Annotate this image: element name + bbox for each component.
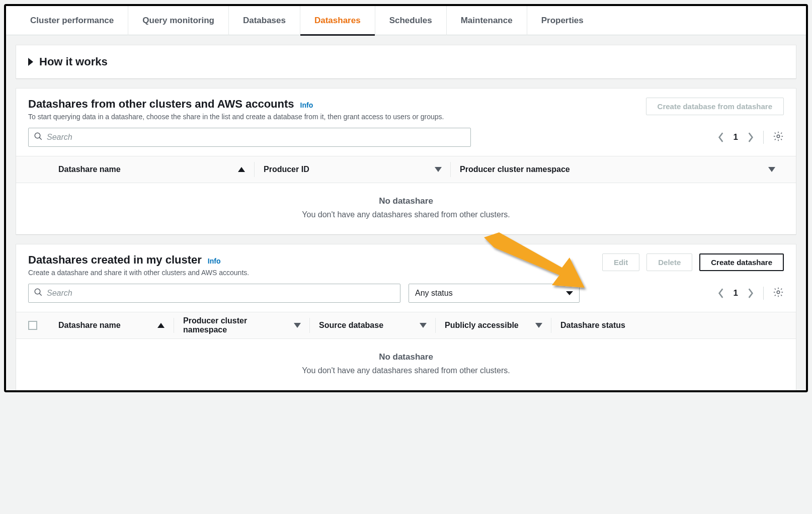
edit-button[interactable]: Edit bbox=[602, 253, 639, 271]
tab-datashares[interactable]: Datashares bbox=[300, 6, 375, 35]
select-all-checkbox[interactable] bbox=[28, 318, 58, 333]
page-number: 1 bbox=[734, 288, 738, 298]
sort-asc-icon bbox=[238, 167, 245, 172]
select-value: Any status bbox=[415, 289, 453, 298]
tab-schedules[interactable]: Schedules bbox=[375, 6, 447, 35]
search-icon bbox=[34, 288, 43, 299]
prev-page-button[interactable] bbox=[717, 132, 724, 143]
section1-search-input[interactable] bbox=[43, 133, 465, 142]
section1-table-header: Datashare name Producer ID Producer clus… bbox=[16, 156, 796, 183]
tab-label: Databases bbox=[243, 16, 286, 26]
next-page-button[interactable] bbox=[747, 132, 754, 143]
status-filter-select[interactable]: Any status bbox=[409, 284, 580, 303]
col-datashare-name[interactable]: Datashare name bbox=[58, 318, 174, 333]
col-source-database[interactable]: Source database bbox=[310, 318, 436, 333]
tab-query-monitoring[interactable]: Query monitoring bbox=[128, 6, 229, 35]
empty-desc: You don't have any datashares shared fro… bbox=[16, 210, 796, 219]
col-label: Producer cluster namespace bbox=[183, 316, 290, 334]
separator bbox=[763, 287, 764, 300]
sort-icon bbox=[536, 323, 542, 328]
page-number: 1 bbox=[734, 132, 738, 142]
col-publicly-accessible[interactable]: Publicly accessible bbox=[436, 318, 551, 333]
empty-title: No datashare bbox=[16, 352, 796, 362]
create-datashare-button[interactable]: Create datashare bbox=[699, 253, 784, 271]
tab-label: Cluster performance bbox=[30, 16, 114, 26]
col-label: Producer ID bbox=[264, 165, 309, 174]
section1-info-link[interactable]: Info bbox=[300, 101, 313, 109]
create-database-from-datashare-button[interactable]: Create database from datashare bbox=[646, 98, 784, 115]
svg-line-4 bbox=[39, 293, 42, 296]
section2-info-link[interactable]: Info bbox=[208, 257, 221, 265]
delete-button[interactable]: Delete bbox=[646, 253, 692, 271]
caret-down-icon bbox=[566, 291, 573, 295]
separator bbox=[763, 131, 764, 144]
col-producer-cluster-namespace[interactable]: Producer cluster namespace bbox=[451, 162, 784, 177]
tab-label: Properties bbox=[541, 16, 584, 26]
col-datashare-status[interactable]: Datashare status bbox=[551, 318, 784, 333]
sort-icon bbox=[769, 167, 775, 172]
col-label: Datashare name bbox=[58, 165, 121, 174]
sort-icon bbox=[294, 323, 300, 328]
search-icon bbox=[34, 132, 43, 143]
section1-empty-state: No datashare You don't have any datashar… bbox=[16, 183, 796, 234]
tab-databases[interactable]: Databases bbox=[229, 6, 300, 35]
how-it-works-panel: How it works bbox=[16, 45, 796, 78]
section1-pager: 1 bbox=[717, 131, 784, 144]
tab-label: Maintenance bbox=[461, 16, 513, 26]
svg-line-1 bbox=[39, 137, 42, 140]
svg-point-3 bbox=[35, 289, 40, 294]
col-datashare-name[interactable]: Datashare name bbox=[58, 162, 255, 177]
col-producer-id[interactable]: Producer ID bbox=[255, 162, 451, 177]
tabs-bar: Cluster performance Query monitoring Dat… bbox=[6, 6, 806, 35]
sort-icon bbox=[435, 167, 441, 172]
section2-pager: 1 bbox=[717, 287, 784, 300]
tab-label: Schedules bbox=[389, 16, 432, 26]
col-label: Publicly accessible bbox=[445, 321, 519, 330]
how-it-works-title: How it works bbox=[39, 55, 108, 68]
section2-search[interactable] bbox=[28, 284, 400, 303]
tab-cluster-performance[interactable]: Cluster performance bbox=[16, 6, 128, 35]
tab-properties[interactable]: Properties bbox=[527, 6, 598, 35]
section2-empty-state: No datashare You don't have any datashar… bbox=[16, 339, 796, 390]
datashares-created-panel: Datashares created in my cluster Info Cr… bbox=[16, 244, 796, 390]
checkbox-icon bbox=[28, 321, 37, 330]
tab-maintenance[interactable]: Maintenance bbox=[447, 6, 527, 35]
svg-point-2 bbox=[777, 135, 780, 138]
section1-title: Datashares from other clusters and AWS a… bbox=[28, 98, 294, 111]
section2-desc: Create a datashare and share it with oth… bbox=[28, 269, 594, 277]
col-label: Producer cluster namespace bbox=[460, 165, 570, 174]
section2-title: Datashares created in my cluster bbox=[28, 253, 202, 267]
how-it-works-toggle[interactable]: How it works bbox=[16, 45, 796, 78]
col-producer-cluster-namespace[interactable]: Producer cluster namespace bbox=[174, 318, 310, 333]
section2-table-header: Datashare name Producer cluster namespac… bbox=[16, 312, 796, 339]
next-page-button[interactable] bbox=[747, 288, 754, 299]
svg-point-0 bbox=[35, 133, 40, 138]
tab-label: Datashares bbox=[314, 16, 361, 26]
svg-point-5 bbox=[777, 291, 780, 294]
settings-icon[interactable] bbox=[773, 131, 784, 144]
sort-asc-icon bbox=[157, 323, 165, 328]
col-label: Datashare name bbox=[58, 321, 121, 330]
empty-title: No datashare bbox=[16, 196, 796, 206]
col-label: Source database bbox=[319, 321, 383, 330]
caret-right-icon bbox=[28, 58, 33, 66]
section2-search-input[interactable] bbox=[43, 289, 395, 298]
col-label: Datashare status bbox=[560, 321, 625, 330]
tab-label: Query monitoring bbox=[142, 16, 214, 26]
prev-page-button[interactable] bbox=[717, 288, 724, 299]
section1-desc: To start querying data in a datashare, c… bbox=[28, 113, 638, 121]
datashares-from-others-panel: Datashares from other clusters and AWS a… bbox=[16, 89, 796, 234]
empty-desc: You don't have any datashares shared fro… bbox=[16, 366, 796, 375]
settings-icon[interactable] bbox=[773, 287, 784, 300]
section1-search[interactable] bbox=[28, 128, 471, 147]
sort-icon bbox=[420, 323, 426, 328]
